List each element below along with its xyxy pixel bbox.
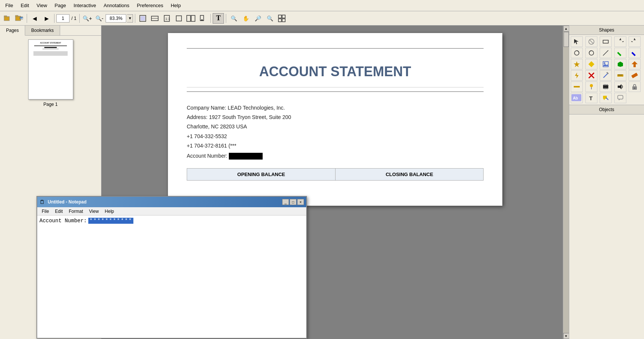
menu-file[interactable]: File <box>2 1 17 10</box>
bookmark-button[interactable] <box>197 13 209 24</box>
thumbnail-title: ACCOUNT STATEMENT <box>40 42 61 44</box>
svg-rect-18 <box>282 15 285 18</box>
menu-interactive[interactable]: Interactive <box>70 1 100 10</box>
shape-ruler-yellow[interactable] <box>614 70 626 81</box>
two-page-button[interactable] <box>185 13 197 24</box>
shape-abc-sign[interactable]: Ab <box>571 93 583 103</box>
svg-rect-60 <box>605 88 606 89</box>
shape-map-green[interactable] <box>614 59 626 69</box>
shape-no-sign[interactable] <box>585 36 597 47</box>
text-tool-button[interactable]: T <box>213 13 224 24</box>
shape-pencil-ruler[interactable] <box>600 70 612 81</box>
notepad-content[interactable]: Account Number: *********** <box>37 215 306 338</box>
shape-image-frame[interactable] <box>600 59 612 69</box>
notepad-account-value[interactable]: *********** <box>88 218 133 224</box>
open-button[interactable] <box>2 13 13 24</box>
tab-bookmarks[interactable]: Bookmarks <box>25 26 60 35</box>
page-number-input[interactable] <box>56 14 70 23</box>
notepad-menu-help[interactable]: Help <box>102 208 117 215</box>
phone1: +1 704-332-5532 <box>187 132 484 141</box>
svg-rect-17 <box>278 15 281 18</box>
magnify-button[interactable]: 🔍 <box>228 13 239 24</box>
shape-pencil-blue[interactable] <box>629 48 641 58</box>
shape-speech-bubble[interactable] <box>614 93 626 103</box>
svg-marker-40 <box>632 61 638 67</box>
notepad-menu-edit[interactable]: Edit <box>52 208 66 215</box>
shape-pin-yellow[interactable] <box>585 59 597 69</box>
shape-ruler2[interactable] <box>571 81 583 92</box>
shape-spiral-right[interactable] <box>571 48 583 58</box>
menu-preferences[interactable]: Preferences <box>133 1 167 10</box>
shape-select-arrow[interactable] <box>571 36 583 47</box>
notepad-controls: _ □ × <box>282 199 304 205</box>
zoom-input[interactable] <box>106 14 126 23</box>
svg-marker-38 <box>603 64 608 66</box>
shape-measure-orange[interactable] <box>629 70 641 81</box>
shape-redo-arc[interactable] <box>629 36 641 47</box>
tab-pages[interactable]: Pages <box>0 26 25 36</box>
shape-cross-red[interactable] <box>585 70 597 81</box>
back-button[interactable]: ◀ <box>29 13 40 24</box>
svg-line-23 <box>590 40 593 44</box>
notepad-text-line: Account Number: *********** <box>39 218 304 224</box>
scroll-down-button[interactable]: ▼ <box>563 333 569 339</box>
menu-annotations[interactable]: Annotations <box>100 1 133 10</box>
thumb-tl-1 <box>33 51 68 52</box>
url-button[interactable]: URL <box>14 13 25 24</box>
address-line2: Charlotte, NC 28203 USA <box>187 122 484 131</box>
thumbnail-short-1 <box>42 49 59 49</box>
forward-button[interactable]: ▶ <box>41 13 52 24</box>
rotate-button[interactable] <box>173 13 184 24</box>
svg-text:Ab: Ab <box>573 96 578 100</box>
fit-width-button[interactable] <box>149 13 160 24</box>
notepad-minimize-button[interactable]: _ <box>282 199 289 205</box>
menu-help[interactable]: Help <box>167 1 184 10</box>
doc-divider-top <box>187 48 484 49</box>
scroll-track[interactable] <box>563 32 569 333</box>
grid-button[interactable] <box>276 13 287 24</box>
zoom-in-button[interactable]: 🔍+ <box>82 13 93 24</box>
menu-view[interactable]: View <box>33 1 51 10</box>
page-1-thumbnail[interactable]: ACCOUNT STATEMENT <box>28 39 73 99</box>
zoom-marquee-button[interactable]: 🔍 <box>264 13 275 24</box>
shape-diagonal-line[interactable] <box>600 48 612 58</box>
svg-marker-34 <box>574 61 580 67</box>
shape-speaker[interactable] <box>614 81 626 92</box>
shape-undo-arc[interactable] <box>614 36 626 47</box>
shape-spiral-left[interactable] <box>585 48 597 58</box>
svg-rect-51 <box>631 73 638 78</box>
shape-rectangle[interactable] <box>600 36 612 47</box>
shape-text-tool[interactable]: T <box>585 93 597 103</box>
hand-button[interactable]: ✋ <box>240 13 251 24</box>
toolbar: URL ◀ ▶ / 1 🔍+ 🔍- ▼ 1:1 T 🔍 ✋ 🔎 🔍 <box>0 11 644 26</box>
shape-lock[interactable] <box>629 81 641 92</box>
fit-page-button[interactable] <box>137 13 148 24</box>
shape-arrow-orange[interactable] <box>629 59 641 69</box>
search-button[interactable]: 🔎 <box>252 13 263 24</box>
shape-lightning-yellow[interactable] <box>571 70 583 81</box>
menu-page[interactable]: Page <box>51 1 70 10</box>
shape-film[interactable] <box>600 81 612 92</box>
zoom-dropdown[interactable]: ▼ <box>127 14 133 23</box>
notepad-menu: File Edit Format View Help <box>37 207 306 215</box>
notepad-close-button[interactable]: × <box>297 199 304 205</box>
scrollbar-right[interactable]: ▲ ▼ <box>563 26 569 339</box>
menu-edit[interactable]: Edit <box>17 1 33 10</box>
notepad-menu-file[interactable]: File <box>39 208 52 215</box>
thumbnail-line-2 <box>44 47 56 48</box>
notepad-menu-format[interactable]: Format <box>66 208 86 215</box>
shape-pushpin[interactable] <box>585 81 597 92</box>
notepad-maximize-button[interactable]: □ <box>290 199 296 205</box>
shape-callout-pencil[interactable] <box>600 93 612 103</box>
notepad-menu-view[interactable]: View <box>86 208 102 215</box>
scroll-thumb[interactable] <box>564 32 569 47</box>
svg-rect-12 <box>176 16 181 21</box>
scroll-up-button[interactable]: ▲ <box>563 26 569 32</box>
actual-size-button[interactable]: 1:1 <box>161 13 172 24</box>
zoom-out-button[interactable]: 🔍- <box>94 13 105 24</box>
svg-rect-46 <box>617 74 623 77</box>
shape-star-yellow[interactable] <box>571 59 583 69</box>
shape-pencil-green[interactable] <box>614 48 626 58</box>
svg-marker-25 <box>619 39 621 40</box>
menu-bar: File Edit View Page Interactive Annotati… <box>0 0 644 11</box>
